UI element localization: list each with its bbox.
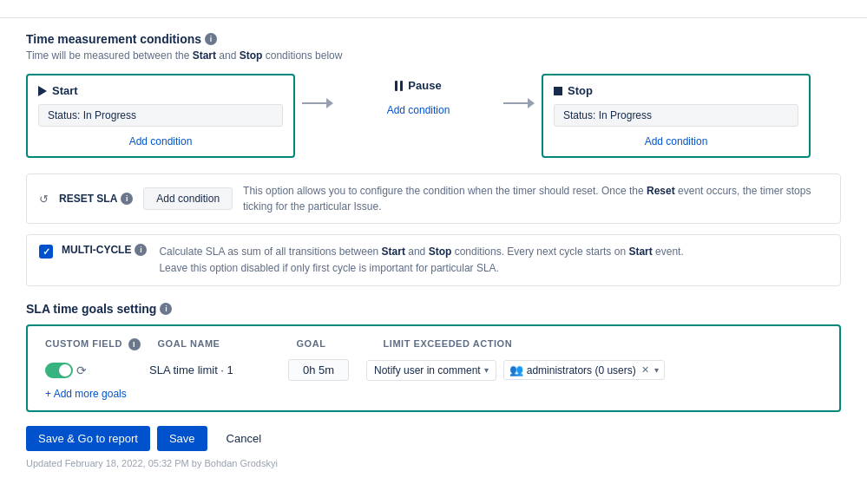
multicycle-checkbox[interactable] [39, 245, 53, 259]
page-wrapper: Time measurement conditions i Time will … [0, 0, 867, 504]
cancel-button[interactable]: Cancel [214, 426, 273, 451]
goal-input[interactable] [288, 359, 349, 381]
limit-action-label: Notify user in comment [374, 364, 481, 376]
stop-condition-pill: Status: In Progress [554, 104, 798, 127]
start-label: Start [52, 84, 78, 97]
updated-text: Updated February 18, 2022, 05:32 PM by B… [26, 458, 841, 468]
admins-remove-icon[interactable]: ✕ [641, 364, 649, 376]
refresh-icon[interactable]: ⟳ [76, 363, 87, 377]
goals-header-row: Custom Field i Goal Name Goal Limit Exce… [42, 338, 825, 350]
start-header: Start [38, 84, 283, 97]
sla-goals-section: Custom Field i Goal Name Goal Limit Exce… [26, 324, 841, 412]
toggle-container: ⟳ [45, 363, 132, 378]
add-more-goals-text: + Add more goals [45, 388, 127, 400]
multicycle-label: MULTI-CYCLE i [62, 244, 147, 256]
stop-add-condition-link[interactable]: Add condition [554, 134, 798, 147]
add-more-goals-link[interactable]: + Add more goals [42, 381, 825, 400]
pause-add-condition-link[interactable]: Add condition [387, 104, 450, 116]
stop-header: Stop [554, 84, 798, 97]
col-goal-name-header: Goal Name [158, 338, 279, 350]
pause-arrow-connector [496, 98, 542, 108]
reset-icon: ↺ [39, 193, 49, 206]
goals-info-icon[interactable]: i [160, 303, 172, 315]
reset-info-icon[interactable]: i [121, 193, 133, 205]
reset-label-text: RESET SLA [59, 193, 117, 205]
admins-label: administrators (0 users) [527, 364, 636, 376]
page-divider [0, 17, 867, 18]
reset-label: RESET SLA i [59, 193, 133, 205]
start-condition-box: Start Status: In Progress Add condition [26, 74, 295, 158]
start-arrow-connector [295, 98, 340, 108]
limit-exceeded-cell: Notify user in comment ▾ 👥 administrator… [366, 360, 825, 381]
section-description: Time will be measured between the Start … [26, 49, 841, 62]
limit-chevron-icon: ▾ [484, 365, 489, 375]
section-title-text: Time measurement conditions [26, 32, 201, 46]
pause-bar-1 [395, 81, 397, 91]
conditions-row: Start Status: In Progress Add condition … [26, 74, 841, 158]
reset-add-condition-button[interactable]: Add condition [143, 187, 233, 210]
goal-name-cell: SLA time limit · 1 [149, 363, 271, 376]
multicycle-description: Calculate SLA as sum of all transitions … [159, 244, 683, 277]
goal-toggle[interactable] [45, 363, 73, 378]
pause-label: Pause [408, 79, 441, 92]
arrow-body-2 [503, 102, 529, 104]
section-title: Time measurement conditions i [26, 32, 841, 46]
stop-condition-box: Stop Status: In Progress Add condition [542, 74, 811, 158]
col-custom-field-header: Custom Field i [45, 338, 141, 350]
pause-header: Pause [395, 79, 441, 92]
reset-row: ↺ RESET SLA i Add condition This option … [26, 173, 841, 224]
goals-title-text: SLA time goals setting [26, 302, 156, 316]
start-condition-pill: Status: In Progress [38, 104, 283, 127]
col-custom-info-icon[interactable]: i [128, 338, 141, 350]
pause-icon [395, 81, 403, 91]
goals-section-title: SLA time goals setting i [26, 302, 841, 316]
save-button[interactable]: Save [157, 426, 207, 451]
goals-data-row: ⟳ SLA time limit · 1 Notify user in comm… [42, 359, 825, 381]
start-add-condition-link[interactable]: Add condition [38, 134, 283, 147]
stop-label: Stop [568, 84, 593, 97]
multicycle-info-icon[interactable]: i [135, 244, 147, 256]
pause-bar-2 [400, 81, 403, 91]
play-icon [38, 86, 47, 96]
admins-chevron-icon[interactable]: ▾ [654, 365, 659, 375]
reset-description: This option allows you to configure the … [243, 183, 828, 214]
admins-tag: 👥 administrators (0 users) ✕ ▾ [503, 360, 665, 380]
arrow-full [302, 98, 333, 108]
limit-action-select[interactable]: Notify user in comment ▾ [366, 360, 496, 381]
multicycle-row: MULTI-CYCLE i Calculate SLA as sum of al… [26, 234, 841, 286]
arrow-body [302, 102, 328, 104]
stop-icon [554, 87, 562, 95]
multicycle-label-text: MULTI-CYCLE [62, 244, 131, 256]
arrow-full-2 [503, 98, 535, 108]
col-goal-header: Goal [297, 338, 366, 350]
col-custom-label: Custom Field [45, 338, 122, 349]
footer-buttons: Save & Go to report Save Cancel [26, 426, 841, 451]
pause-section: Pause Add condition [340, 74, 496, 116]
col-limit-header: Limit Exceeded action [384, 338, 825, 350]
admins-avatar-icon: 👥 [509, 363, 523, 376]
section-info-icon[interactable]: i [205, 33, 217, 45]
save-go-button[interactable]: Save & Go to report [26, 426, 150, 451]
